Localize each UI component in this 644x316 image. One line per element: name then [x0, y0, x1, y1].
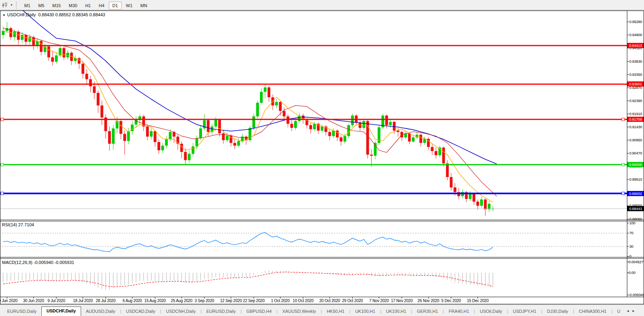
tab-scroll-left-icon[interactable]: ◄ — [625, 309, 631, 316]
timeframe-button-d1[interactable]: D1 — [109, 2, 122, 10]
timeframe-button-group: M1M5M15M30H1H4D1W1MN — [20, 2, 151, 9]
chart-tab-eurusd[interactable]: EURUSD,Daily — [2, 307, 41, 316]
chart-tab-fra40[interactable]: FRA40,H1 — [444, 307, 474, 316]
chart-tab-usdcad[interactable]: USDCAD,Daily — [121, 307, 160, 316]
chart-tab-china300[interactable]: CHINA300,H1 — [574, 307, 611, 316]
chart-tab-hk50[interactable]: HK50,H1 — [322, 307, 349, 316]
timeframe-button-m5[interactable]: M5 — [35, 2, 48, 10]
chart-window: ▼USDCHF,Daily 0.88430 0.88552 0.88345 0.… — [0, 10, 644, 304]
toolbar-grip — [16, 2, 18, 9]
price-scale[interactable] — [627, 11, 644, 297]
chart-tab-usdcnh[interactable]: USDCNH,Daily — [161, 307, 201, 316]
chart-tab-usdchf[interactable]: USDCHF,Daily — [41, 306, 81, 316]
chart-type-dropdown-caret[interactable]: ▾ — [9, 3, 14, 7]
timeframe-button-h4[interactable]: H4 — [95, 2, 108, 10]
chart-tab-audusd[interactable]: AUDUSD,Daily — [81, 307, 120, 316]
timeframe-button-h1[interactable]: H1 — [81, 2, 94, 10]
chart-tab-ger30[interactable]: GER30,H1 — [412, 307, 443, 316]
candlestick-chart-icon[interactable] — [2, 2, 9, 8]
chart-tab-usdjpy[interactable]: USDJPY,H1 — [508, 307, 541, 316]
symbol-tab-bar: EURUSD,DailyUSDCHF,DailyAUDUSD,Daily|USD… — [0, 304, 644, 316]
timeframe-button-m15[interactable]: M15 — [49, 2, 64, 10]
chart-tab-dj30[interactable]: DJ30,Daily — [542, 307, 573, 316]
timeframe-button-m1[interactable]: M1 — [21, 2, 34, 10]
timeframe-button-m30[interactable]: M30 — [65, 2, 81, 10]
chart-tab-gbpusd[interactable]: GBPUSD,H4 — [242, 307, 277, 316]
chart-tab-eurusd[interactable]: EURUSD,Daily — [202, 307, 241, 316]
chart-tab-usoil[interactable]: USOil,Daily — [475, 307, 507, 316]
chart-tab-xauusd[interactable]: XAUUSD,Weekly — [277, 307, 321, 316]
chart-plot-area[interactable] — [0, 11, 627, 297]
chart-tab-uk100[interactable]: UK100,H1 — [350, 307, 380, 316]
toolbar: ▾ M1M5M15M30H1H4D1W1MN — [0, 0, 644, 10]
tab-scroll-right-icon[interactable]: ► — [630, 309, 636, 316]
timeframe-button-w1[interactable]: W1 — [122, 2, 136, 10]
timeframe-button-mn[interactable]: MN — [137, 2, 151, 10]
chart-tab-overflow[interactable]: U — [613, 307, 625, 316]
chart-tab-uk100[interactable]: UK100,H1 — [381, 307, 411, 316]
